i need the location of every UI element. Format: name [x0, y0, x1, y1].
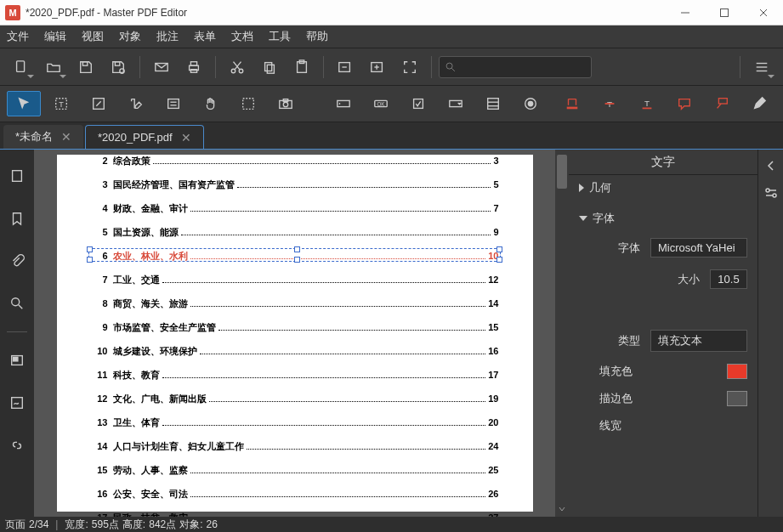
text-tool-button[interactable]: T: [44, 91, 78, 116]
underline-annot-button[interactable]: T: [630, 91, 664, 116]
toc-row[interactable]: 8商贸、海关、旅游14: [91, 297, 499, 310]
font-value[interactable]: Microsoft YaHei: [650, 238, 747, 258]
zoom-in-button[interactable]: [363, 54, 392, 80]
panel-settings-button[interactable]: [762, 184, 780, 202]
menu-tool[interactable]: 工具: [269, 29, 291, 44]
pdf-page[interactable]: 2综合政策33国民经济管理、国有资产监管54财政、金融、审计75国土资源、能源9…: [57, 155, 533, 512]
toc-row[interactable]: 11科技、教育17: [91, 369, 499, 382]
canvas[interactable]: 2综合政策33国民经济管理、国有资产监管54财政、金融、审计75国土资源、能源9…: [34, 150, 569, 517]
tab-untitled[interactable]: *未命名✕: [3, 125, 83, 149]
button-form-button[interactable]: OK: [364, 91, 398, 116]
search-panel-button[interactable]: [3, 284, 31, 323]
toc-row[interactable]: 12文化、广电、新闻出版19: [91, 393, 499, 405]
selection-handle[interactable]: [496, 257, 502, 263]
copy-button[interactable]: [255, 54, 284, 80]
save-button[interactable]: [71, 54, 100, 80]
strikeout-annot-button[interactable]: T: [593, 91, 627, 116]
new-file-button[interactable]: [7, 54, 36, 80]
scrollbar-thumb[interactable]: [557, 155, 567, 189]
svg-rect-34: [243, 99, 254, 110]
close-button[interactable]: [744, 0, 783, 25]
toc-row[interactable]: 4财政、金融、审计7: [91, 202, 499, 215]
open-file-button[interactable]: [39, 54, 68, 80]
dropdown-form-button[interactable]: [439, 91, 473, 116]
bookmarks-button[interactable]: [3, 199, 31, 238]
print-button[interactable]: [179, 54, 208, 80]
hand-tool-button[interactable]: [194, 91, 228, 116]
section-font[interactable]: 字体: [579, 211, 747, 226]
selection-handle[interactable]: [294, 257, 300, 263]
toc-row[interactable]: 17民政、扶贫、救灾27: [91, 512, 499, 517]
toc-page: 12: [488, 274, 498, 285]
callout-annot-button[interactable]: [705, 91, 739, 116]
save-as-button[interactable]: [104, 54, 133, 80]
radio-form-button[interactable]: [513, 91, 548, 116]
tab-2020-pdf[interactable]: *2020_PDF.pdf✕: [85, 125, 203, 149]
toc-row[interactable]: 10城乡建设、环境保护16: [91, 345, 499, 358]
menu-file[interactable]: 文件: [7, 29, 29, 44]
tab-close-icon[interactable]: ✕: [181, 131, 191, 144]
menu-form[interactable]: 表单: [194, 29, 216, 44]
toc-row[interactable]: 3国民经济管理、国有资产监管5: [91, 178, 499, 191]
section-geometry[interactable]: 几何: [579, 180, 747, 195]
size-value[interactable]: 10.5: [710, 269, 747, 289]
attachments-button[interactable]: [3, 241, 31, 280]
toc-row[interactable]: 16公安、安全、司法26: [91, 488, 499, 501]
email-button[interactable]: [147, 54, 176, 80]
marquee-tool-button[interactable]: [231, 91, 265, 116]
toc-row[interactable]: 14人口与计划生育、妇女儿童工作24: [91, 440, 499, 453]
edit-text-button[interactable]: [119, 91, 153, 116]
tab-close-icon[interactable]: ✕: [61, 130, 71, 144]
selection-box[interactable]: [88, 248, 501, 262]
selection-handle[interactable]: [87, 246, 93, 252]
layers-button[interactable]: [3, 341, 31, 380]
minimize-button[interactable]: [666, 0, 705, 25]
paste-button[interactable]: [287, 54, 316, 80]
toc-row[interactable]: 15劳动、人事、监察25: [91, 464, 499, 477]
cut-button[interactable]: [223, 54, 252, 80]
thumbnails-button[interactable]: [3, 156, 31, 195]
toc-row[interactable]: 7工业、交通12: [91, 274, 499, 286]
sign-button[interactable]: [3, 383, 31, 422]
menu-edit[interactable]: 编辑: [44, 29, 66, 44]
toc-row[interactable]: 2综合政策3: [91, 155, 499, 167]
menu-document[interactable]: 文档: [231, 29, 253, 44]
toc-number: 13: [91, 417, 108, 427]
zoom-out-button[interactable]: [331, 54, 360, 80]
toc-row[interactable]: 5国土资源、能源9: [91, 226, 499, 239]
maximize-button[interactable]: [705, 0, 744, 25]
selection-handle[interactable]: [87, 257, 93, 263]
checkbox-form-button[interactable]: [401, 91, 435, 116]
menu-object[interactable]: 对象: [119, 29, 141, 44]
select-tool-button[interactable]: [7, 91, 41, 116]
stroke-color-swatch[interactable]: [727, 391, 747, 406]
comment-annot-button[interactable]: [667, 91, 701, 116]
listbox-form-button[interactable]: [476, 91, 510, 116]
fit-page-button[interactable]: [395, 54, 424, 80]
type-value[interactable]: 填充文本: [650, 330, 747, 352]
snapshot-tool-button[interactable]: [269, 91, 303, 116]
pencil-annot-button[interactable]: [742, 91, 776, 116]
vertical-scrollbar[interactable]: [555, 150, 569, 517]
toc-row[interactable]: 13卫生、体育20: [91, 416, 499, 429]
search-input[interactable]: [439, 56, 592, 78]
selection-handle[interactable]: [294, 246, 300, 252]
selection-handle[interactable]: [496, 246, 502, 252]
menu-annotate[interactable]: 批注: [156, 29, 179, 44]
menu-overflow-button[interactable]: [747, 54, 776, 80]
textfield-form-button[interactable]: [326, 91, 360, 116]
menu-help[interactable]: 帮助: [306, 29, 328, 44]
panel-prev-button[interactable]: [762, 156, 780, 175]
toc-number: 16: [91, 489, 108, 499]
link-tool-button[interactable]: [82, 91, 116, 116]
svg-rect-55: [13, 171, 22, 182]
links-panel-button[interactable]: [3, 426, 31, 465]
form-tool-button[interactable]: [156, 91, 190, 116]
highlight-annot-button[interactable]: [555, 91, 589, 116]
status-page-value: 2/34: [29, 518, 48, 530]
toc-row[interactable]: 9市场监管、安全生产监管15: [91, 321, 499, 334]
size-label: 大小: [659, 272, 700, 287]
fill-color-swatch[interactable]: [727, 364, 747, 379]
menu-view[interactable]: 视图: [82, 29, 104, 44]
scroll-down-icon[interactable]: [555, 503, 569, 515]
